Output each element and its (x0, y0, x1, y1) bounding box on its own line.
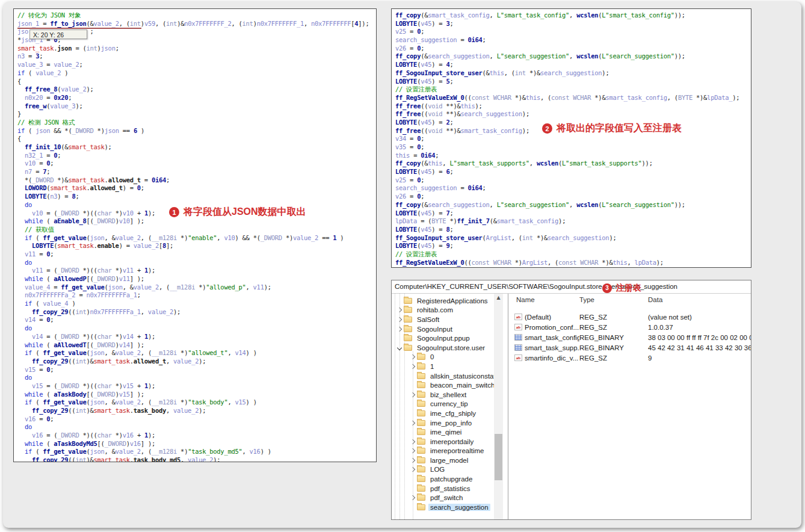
value-name: smartinfo_dic_v... (525, 354, 578, 362)
registry-address-bar[interactable]: Computer\HKEY_CURRENT_USER\SOFTWARE\Sogo… (392, 280, 751, 294)
chevron-right-icon[interactable] (409, 421, 417, 425)
tree-item-label: patchupgrade (428, 475, 474, 483)
folder-icon (404, 307, 412, 313)
chevron-right-icon[interactable] (409, 355, 417, 359)
tree-item-SalSoft[interactable]: SalSoft (392, 315, 508, 324)
code-line: LOBYTE(smart_task.enable) = value_2[8]; (17, 242, 376, 250)
code-line: v16 = 0; (17, 415, 376, 424)
chevron-right-icon[interactable] (409, 393, 417, 397)
tree-item-pdf_switch[interactable]: pdf_switch (392, 493, 508, 503)
code-line: n0x7FFFFFFFa_2 = n0x7FFFFFFFa_1; (17, 291, 376, 300)
chevron-right-icon[interactable] (409, 440, 417, 444)
registry-value-row[interactable]: abPromotion_conf...REG_SZ1.0.0.37 (508, 322, 751, 332)
tree-item-LOG[interactable]: LOG (392, 465, 508, 475)
code-line: v11 = 0; (17, 250, 376, 259)
code-line: v10 = 0; (17, 159, 376, 168)
reg-binary-icon (514, 344, 522, 351)
tree-item-label: 1 (428, 363, 436, 370)
tree-item-SogouInput.ppup[interactable]: SogouInput.ppup (392, 333, 508, 343)
tree-item-search_suggestion[interactable]: search_suggestion (392, 503, 508, 512)
code-line: v14 = 0; (17, 316, 376, 324)
value-name: (Default) (525, 314, 551, 321)
tree-item-rohitab.com[interactable]: rohitab.com (392, 306, 508, 315)
tree-item-ime_pop_info[interactable]: ime_pop_info (392, 418, 508, 428)
code-line: json_1 = ff_to_json(&value_2, (int)v59, … (17, 20, 376, 28)
code-line: // 转化为 JSON 对象 (17, 11, 376, 20)
chevron-right-icon[interactable] (395, 327, 404, 331)
tree-item-label: biz_shellext (428, 391, 468, 398)
chevron-right-icon[interactable] (409, 459, 417, 462)
tree-item-label: LOG (428, 466, 446, 473)
annotation-2: 2 将取出的字段值写入至注册表 (542, 122, 682, 135)
folder-icon (404, 326, 412, 332)
registry-value-row[interactable]: ab(Default)REG_SZ(value not set) (508, 312, 751, 322)
annotation-3: 3 注册表 (602, 282, 641, 294)
decompiler-right-panel: ff_copy(&smart_task_config, L"smart_task… (391, 8, 751, 268)
chevron-right-icon[interactable] (395, 318, 404, 321)
registry-value-row[interactable]: smart_task_configREG_BINARY38 03 00 00 f… (508, 332, 751, 342)
code-line: ff_copy_29((int)&smart_task.task_body, v… (17, 407, 376, 415)
reg-sz-icon: ab (514, 354, 522, 361)
tree-item-label: rohitab.com (415, 306, 455, 314)
code-line: // 获取值 (17, 226, 376, 234)
folder-icon (404, 335, 412, 341)
tree-item-large_model[interactable]: large_model (392, 456, 508, 465)
chevron-right-icon[interactable] (409, 496, 417, 500)
folder-icon (417, 439, 425, 445)
tree-item-imereportrealtime[interactable]: imereportrealtime (392, 447, 508, 456)
tree-item-label: 0 (428, 353, 436, 360)
tree-item-SogouInput.store.user[interactable]: SogouInput.store.user (392, 343, 508, 353)
column-header-name[interactable]: Name (508, 296, 579, 303)
code-line: ff_RegSetValueExW_0((const WCHAR *)ArgLi… (395, 259, 751, 267)
code-line: do (17, 324, 376, 333)
column-header-type[interactable]: Type (579, 296, 648, 303)
value-type: REG_SZ (579, 354, 648, 362)
tree-item-ime_cfg_shiply[interactable]: ime_cfg_shiply (392, 409, 508, 418)
tree-item-patchupgrade[interactable]: patchupgrade (392, 474, 508, 484)
code-line: ff_copy_29((int)n0x7FFFFFFFa_1, value_2)… (17, 308, 376, 317)
scrollbar-up-icon[interactable]: ▲ (494, 294, 503, 302)
tree-item-biz_shellext[interactable]: biz_shellext (392, 390, 508, 400)
tree-item-currency_tip[interactable]: currency_tip (392, 400, 508, 409)
tree-item-RegisteredApplications[interactable]: RegisteredApplications (392, 296, 508, 306)
code-line: ff_RegSetValueExW_0((const WCHAR *)&this… (395, 94, 751, 102)
folder-icon (417, 354, 425, 360)
tree-item-beacon_main_switch[interactable]: beacon_main_switch (392, 380, 508, 390)
tree-item-pdf_statistics[interactable]: pdf_statistics (392, 484, 508, 493)
chevron-right-icon[interactable] (395, 308, 404, 312)
chevron-down-icon[interactable] (395, 346, 404, 350)
code-line: n7 = 7; (17, 168, 376, 176)
registry-value-row[interactable]: smart_task_supp...REG_BINARY45 42 42 31 … (508, 342, 751, 353)
tree-item-0[interactable]: 0 (392, 353, 508, 362)
tree-item-label: pdf_switch (428, 494, 464, 501)
scrollbar-thumb[interactable] (495, 434, 502, 480)
tree-item-SogouInput[interactable]: SogouInput (392, 324, 508, 334)
code-line: do (17, 423, 376, 431)
code-line: ff_copy(&smart_task_config, L"smart_task… (395, 11, 751, 20)
chevron-right-icon[interactable] (409, 468, 417, 471)
chevron-right-icon[interactable] (409, 365, 417, 368)
tree-scrollbar[interactable]: ▲ (494, 294, 503, 519)
tree-item-label: currency_tip (428, 400, 470, 407)
chevron-right-icon[interactable] (409, 449, 417, 453)
code-line: ff_copy(&search_suggestion, L"search_sug… (395, 201, 751, 209)
tree-item-imereportdaily[interactable]: imereportdaily (392, 437, 508, 447)
reg-sz-icon: ab (514, 324, 522, 330)
value-type: REG_BINARY (579, 334, 648, 341)
code-line: LOBYTE(v45) = 8; (395, 226, 751, 234)
folder-icon (417, 382, 425, 388)
folder-icon (417, 373, 425, 379)
tree-item-label: SogouInput (415, 326, 454, 333)
coords-tooltip: X: 20 Y: 26 (29, 29, 87, 39)
tree-item-label: ime_qimei (428, 428, 463, 436)
tree-item-1[interactable]: 1 (392, 362, 508, 371)
registry-value-row[interactable]: absmartinfo_dic_v...REG_SZ9 (508, 353, 751, 363)
code-line: v25 = 0; (395, 176, 751, 185)
annotation-1-badge: 1 (169, 207, 179, 217)
code-line: LOBYTE(v45) = 5; (395, 78, 751, 86)
tree-item-ime_qimei[interactable]: ime_qimei (392, 427, 508, 437)
code-line: do (17, 259, 376, 267)
folder-icon (404, 317, 412, 323)
tree-item-allskin_statusiconstatis[interactable]: allskin_statusiconstatis (392, 371, 508, 381)
column-header-data[interactable]: Data (648, 296, 751, 303)
